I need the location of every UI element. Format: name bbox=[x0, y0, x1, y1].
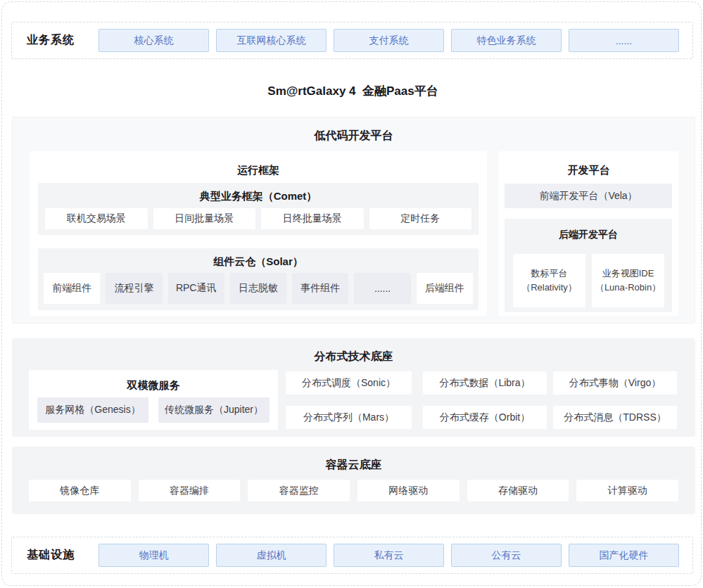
business-system-chip: 核心系统 bbox=[99, 29, 209, 52]
business-system-chip: ...... bbox=[569, 29, 679, 52]
comet-framework-title: 典型业务框架（Comet） bbox=[38, 183, 479, 203]
distributed-service-box: 分布式事物（Virgo） bbox=[553, 371, 677, 395]
microservice-chip: 服务网格（Genesis） bbox=[37, 397, 148, 423]
comet-scenario-chip: 定时任务 bbox=[369, 208, 472, 229]
solar-component-box: 组件云仓（Solar） 前端组件 流程引擎 RPC通讯 日志脱敏 事件组件 ..… bbox=[38, 248, 479, 310]
solar-component-chip: 前端组件 bbox=[44, 273, 100, 304]
container-capability-box: 容器监控 bbox=[248, 480, 350, 501]
container-cloud-section: 容器云底座 镜像仓库 容器编排 容器监控 网络驱动 存储驱动 计算驱动 bbox=[12, 447, 695, 514]
backend-dev-item-name: 数标平台 bbox=[531, 267, 568, 281]
runtime-framework-title: 运行框架 bbox=[30, 151, 487, 177]
container-capability-box: 镜像仓库 bbox=[29, 480, 131, 501]
dual-mode-microservices-box: 双模微服务 服务网格（Genesis） 传统微服务（Jupiter） bbox=[29, 370, 278, 430]
dual-mode-microservices-title: 双模微服务 bbox=[29, 370, 278, 392]
infrastructure-chips: 物理机 虚拟机 私有云 公有云 国产化硬件 bbox=[99, 537, 679, 573]
solar-component-chip: RPC通讯 bbox=[168, 273, 224, 304]
business-system-chip: 支付系统 bbox=[334, 29, 444, 52]
comet-scenario-chip: 日间批量场景 bbox=[153, 208, 256, 229]
microservice-chip: 传统微服务（Jupiter） bbox=[158, 397, 270, 423]
business-system-chip: 互联网核心系统 bbox=[216, 29, 327, 52]
solar-component-chip: 日志脱敏 bbox=[230, 273, 286, 304]
architecture-diagram-card: 业务系统 核心系统 互联网核心系统 支付系统 特色业务系统 ...... Sm@… bbox=[1, 1, 702, 586]
platform-title: Sm@rtGalaxy 4 金融Paas平台 bbox=[2, 83, 703, 99]
distributed-base-section: 分布式技术底座 双模微服务 服务网格（Genesis） 传统微服务（Jupite… bbox=[12, 338, 695, 437]
container-capability-box: 容器编排 bbox=[139, 480, 241, 501]
container-capability-box: 计算驱动 bbox=[576, 480, 678, 501]
backend-dev-item-code: （Luna-Robin） bbox=[595, 281, 661, 295]
solar-component-title: 组件云仓（Solar） bbox=[38, 248, 479, 269]
solar-component-chip: ...... bbox=[354, 273, 410, 304]
distributed-service-box: 分布式序列（Mars） bbox=[286, 406, 412, 429]
backend-dev-item: 数标平台 （Relativity） bbox=[513, 254, 585, 307]
distributed-service-box: 分布式调度（Sonic） bbox=[286, 371, 412, 395]
business-system-chip: 特色业务系统 bbox=[451, 29, 562, 52]
comet-framework-box: 典型业务框架（Comet） 联机交易场景 日间批量场景 日终批量场景 定时任务 bbox=[38, 183, 479, 235]
infrastructure-chip: 私有云 bbox=[334, 544, 444, 567]
distributed-service-box: 分布式数据（Libra） bbox=[423, 371, 547, 395]
comet-scenario-chip: 日终批量场景 bbox=[261, 208, 364, 229]
runtime-framework-box: 运行框架 典型业务框架（Comet） 联机交易场景 日间批量场景 日终批量场景 … bbox=[30, 151, 487, 316]
distributed-service-box: 分布式消息（TDRSS） bbox=[553, 406, 677, 429]
container-capability-box: 存储驱动 bbox=[467, 480, 569, 501]
business-systems-label: 业务系统 bbox=[27, 23, 75, 58]
backend-dev-platform-title: 后端开发平台 bbox=[505, 219, 672, 241]
container-cloud-row: 镜像仓库 容器编排 容器监控 网络驱动 存储驱动 计算驱动 bbox=[29, 480, 678, 501]
backend-dev-platform-box: 后端开发平台 数标平台 （Relativity） 业务视图IDE （Luna-R… bbox=[505, 219, 672, 312]
solar-component-chip: 事件组件 bbox=[292, 273, 348, 304]
infrastructure-row: 基础设施 物理机 虚拟机 私有云 公有云 国产化硬件 bbox=[11, 537, 693, 574]
comet-scenario-row: 联机交易场景 日间批量场景 日终批量场景 定时任务 bbox=[45, 208, 471, 229]
distributed-service-box: 分布式缓存（Orbit） bbox=[423, 406, 547, 429]
distributed-base-title: 分布式技术底座 bbox=[12, 338, 695, 364]
comet-scenario-chip: 联机交易场景 bbox=[45, 208, 148, 229]
container-capability-box: 网络驱动 bbox=[357, 480, 460, 501]
solar-component-chip: 后端组件 bbox=[417, 273, 473, 304]
infrastructure-label: 基础设施 bbox=[27, 537, 75, 573]
backend-dev-item-code: （Relativity） bbox=[521, 281, 577, 295]
infrastructure-chip: 虚拟机 bbox=[216, 544, 327, 567]
lowcode-platform-title: 低代码开发平台 bbox=[13, 117, 695, 143]
container-cloud-title: 容器云底座 bbox=[12, 447, 695, 473]
backend-dev-item-name: 业务视图IDE bbox=[602, 267, 654, 281]
dev-platform-box: 开发平台 前端开发平台（Vela） 后端开发平台 数标平台 （Relativit… bbox=[499, 151, 678, 316]
solar-component-row: 前端组件 流程引擎 RPC通讯 日志脱敏 事件组件 ...... 后端组件 bbox=[44, 273, 473, 304]
backend-dev-item: 业务视图IDE （Luna-Robin） bbox=[592, 254, 664, 307]
solar-component-chip: 流程引擎 bbox=[106, 273, 162, 304]
infrastructure-chip: 国产化硬件 bbox=[569, 544, 679, 567]
frontend-dev-platform-chip: 前端开发平台（Vela） bbox=[505, 184, 672, 208]
dev-platform-title: 开发平台 bbox=[499, 151, 678, 177]
lowcode-platform-section: 低代码开发平台 运行框架 典型业务框架（Comet） 联机交易场景 日间批量场景… bbox=[12, 117, 695, 324]
infrastructure-chip: 公有云 bbox=[451, 544, 562, 567]
business-systems-chips: 核心系统 互联网核心系统 支付系统 特色业务系统 ...... bbox=[99, 23, 679, 58]
business-systems-row: 业务系统 核心系统 互联网核心系统 支付系统 特色业务系统 ...... bbox=[11, 22, 693, 59]
infrastructure-chip: 物理机 bbox=[99, 544, 209, 567]
